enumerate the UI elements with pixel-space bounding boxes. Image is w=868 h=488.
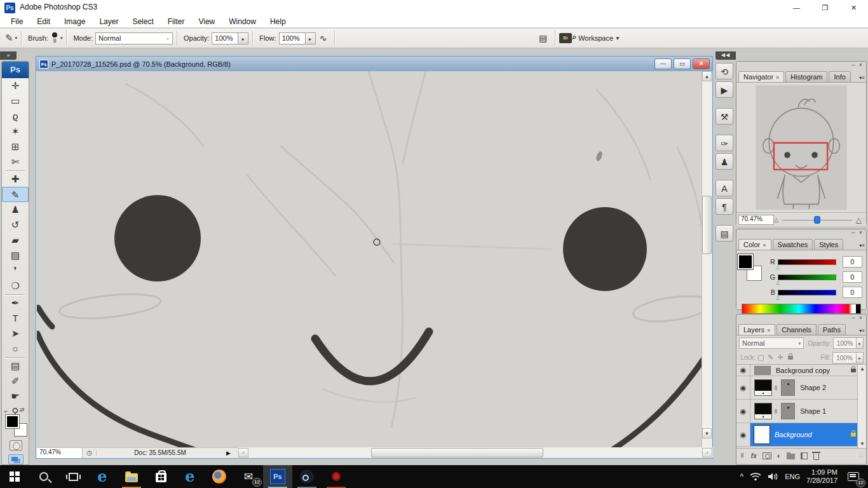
layer-visibility-eye-icon[interactable]: ◉ bbox=[736, 365, 750, 376]
color-spectrum-ramp[interactable] bbox=[742, 304, 861, 314]
green-value-field[interactable]: 0 bbox=[843, 271, 862, 283]
character-panel-icon[interactable]: A bbox=[715, 180, 733, 196]
file-explorer-taskbar-button[interactable] bbox=[117, 465, 146, 488]
pen-tool[interactable]: ✒ bbox=[2, 295, 29, 311]
canvas[interactable] bbox=[37, 71, 702, 449]
taskbar-clock[interactable]: 1:09 PM 7/28/2017 bbox=[806, 468, 837, 485]
brush-size-preview[interactable]: 9 bbox=[51, 32, 58, 44]
layer-visibility-eye-icon[interactable]: ◉ bbox=[736, 400, 750, 423]
window-maximize-button[interactable]: ❐ bbox=[811, 0, 839, 15]
panel-resize-grip[interactable]: ∷ bbox=[862, 217, 864, 222]
scroll-right-arrow[interactable]: › bbox=[702, 448, 712, 458]
red-slider[interactable]: △ bbox=[778, 259, 836, 265]
layer-mask-link-icon[interactable]: ∞ bbox=[773, 409, 780, 413]
lock-all-icon[interactable] bbox=[788, 356, 793, 360]
menu-image[interactable]: Image bbox=[57, 17, 92, 26]
opacity-slider-arrow[interactable]: ▸ bbox=[238, 32, 248, 44]
paragraph-panel-icon[interactable]: ¶ bbox=[715, 198, 733, 215]
palettes-toggle-icon[interactable]: ▤ bbox=[539, 33, 547, 43]
zoom-out-icon[interactable]: △ bbox=[774, 217, 778, 223]
document-titlebar[interactable]: Ps P_20170728_115256.psd @ 70.5% (Backgr… bbox=[36, 57, 712, 71]
scroll-up-arrow[interactable]: ▲ bbox=[702, 71, 712, 81]
panel-group-buttons[interactable]: – × bbox=[736, 229, 866, 237]
menu-select[interactable]: Select bbox=[125, 17, 160, 26]
steam-taskbar-button[interactable] bbox=[292, 465, 322, 488]
new-layer-icon[interactable] bbox=[801, 452, 808, 459]
layer-name[interactable]: Shape 1 bbox=[800, 407, 826, 415]
scroll-left-arrow[interactable]: ‹ bbox=[238, 448, 248, 458]
window-minimize-button[interactable]: — bbox=[782, 0, 811, 15]
lock-position-icon[interactable]: ✛ bbox=[778, 353, 783, 362]
blend-mode-select[interactable]: Normal ⌄ bbox=[95, 32, 173, 44]
opacity-spinner-arrow[interactable]: ▸ bbox=[857, 337, 864, 349]
brushes-panel-icon[interactable]: ✑ bbox=[715, 135, 733, 151]
layer-thumbnail[interactable] bbox=[754, 403, 772, 419]
green-slider-thumb[interactable]: △ bbox=[776, 280, 780, 285]
quick-selection-tool[interactable]: ✶ bbox=[2, 124, 29, 139]
link-layers-icon[interactable]: ∞ bbox=[739, 453, 747, 458]
dodge-tool[interactable]: ❍ bbox=[2, 278, 29, 294]
mail-taskbar-button[interactable]: ✉ 12 bbox=[234, 465, 263, 488]
show-hidden-icons-chevron[interactable]: ^ bbox=[740, 472, 744, 481]
tab-color[interactable]: Color× bbox=[738, 239, 771, 250]
vertical-scroll-thumb[interactable] bbox=[702, 196, 712, 254]
tab-navigator[interactable]: Navigator× bbox=[738, 71, 784, 82]
add-layer-mask-icon[interactable] bbox=[763, 452, 771, 459]
tab-layers[interactable]: Layers× bbox=[738, 324, 775, 335]
eraser-tool[interactable]: ▰ bbox=[2, 233, 29, 248]
layer-name[interactable]: Shape 2 bbox=[800, 384, 826, 391]
layer-thumbnail[interactable] bbox=[754, 426, 770, 444]
status-zoom-field[interactable]: 70.47% bbox=[37, 448, 83, 458]
layer-thumbnail[interactable] bbox=[754, 366, 771, 375]
vertical-scrollbar[interactable]: ▲ ▼ bbox=[702, 71, 712, 449]
blue-slider-thumb[interactable]: △ bbox=[776, 295, 780, 301]
layer-row-shape-2[interactable]: ◉ ∞ Shape 2 bbox=[736, 376, 866, 400]
airbrush-toggle-icon[interactable]: ∿ bbox=[320, 33, 327, 43]
notes-tool[interactable]: ▤ bbox=[2, 358, 29, 374]
crop-tool[interactable]: ⊞ bbox=[2, 139, 29, 154]
layer-visibility-eye-icon[interactable]: ◉ bbox=[736, 423, 750, 446]
layer-comps-panel-icon[interactable]: ▤ bbox=[715, 225, 733, 241]
status-flyout-arrow[interactable]: ▶ bbox=[226, 450, 231, 456]
menu-layer[interactable]: Layer bbox=[92, 17, 125, 26]
brush-picker-arrow-icon[interactable]: ▾ bbox=[60, 36, 63, 41]
flow-input[interactable]: 100% bbox=[279, 32, 306, 44]
layer-list-scrollbar[interactable]: ▲ ▼ bbox=[857, 365, 866, 448]
adjustment-layer-icon[interactable]: ◐ bbox=[777, 452, 782, 459]
store-taskbar-button[interactable] bbox=[146, 465, 175, 488]
layer-mask-link-icon[interactable]: ∞ bbox=[773, 385, 780, 390]
photoshop-taskbar-button[interactable]: Ps bbox=[263, 465, 292, 488]
fill-spinner-arrow[interactable]: ▸ bbox=[857, 352, 864, 363]
layers-scroll-up-arrow[interactable]: ▲ bbox=[860, 366, 865, 372]
slice-tool[interactable]: ✄ bbox=[2, 154, 29, 170]
tab-close-icon[interactable]: × bbox=[767, 327, 770, 334]
hand-tool[interactable]: ☛ bbox=[2, 389, 29, 404]
zoom-in-icon[interactable]: △ bbox=[856, 215, 862, 224]
layer-blend-mode-select[interactable]: Normal ▾ bbox=[739, 337, 804, 349]
tab-close-icon[interactable]: × bbox=[776, 74, 779, 81]
green-slider[interactable]: △ bbox=[778, 274, 836, 280]
tool-preset-picker[interactable]: ✎ ▾ bbox=[5, 32, 17, 44]
horizontal-scrollbar[interactable]: ‹ › bbox=[238, 447, 712, 458]
foreground-color-swatch[interactable] bbox=[6, 415, 19, 428]
delete-layer-icon[interactable] bbox=[813, 454, 819, 460]
layer-mask-thumbnail[interactable] bbox=[781, 379, 795, 396]
wifi-icon[interactable] bbox=[750, 472, 761, 481]
tab-histogram[interactable]: Histogram bbox=[785, 71, 827, 82]
tool-presets-panel-icon[interactable]: ⚒ bbox=[715, 108, 733, 125]
workspace-dropdown[interactable]: Workspace ▼ bbox=[578, 34, 620, 42]
history-brush-tool[interactable]: ↺ bbox=[2, 217, 29, 233]
gradient-tool[interactable]: ▨ bbox=[2, 248, 29, 263]
blue-value-field[interactable]: 0 bbox=[843, 287, 862, 298]
navigator-zoom-slider[interactable] bbox=[782, 215, 852, 225]
navigator-preview[interactable] bbox=[736, 83, 866, 212]
tab-info[interactable]: Info bbox=[829, 71, 850, 82]
panel-menu-icon[interactable]: ▾≡ bbox=[859, 328, 865, 334]
eyedropper-tool[interactable]: ✐ bbox=[2, 374, 29, 389]
window-close-button[interactable]: ✕ bbox=[839, 0, 868, 15]
blue-slider[interactable]: △ bbox=[778, 290, 836, 295]
layer-style-fx-icon[interactable]: fx bbox=[751, 452, 757, 459]
default-colors-icon[interactable]: ▪▫ bbox=[4, 409, 8, 414]
panel-resize-grip[interactable]: ∷ bbox=[860, 453, 862, 459]
layer-row-background[interactable]: ◉ Background bbox=[736, 423, 866, 447]
